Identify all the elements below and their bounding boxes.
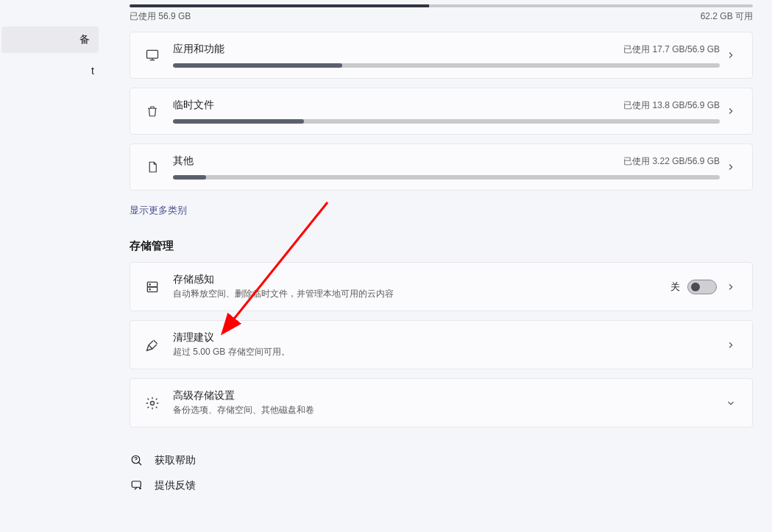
category-title: 其他: [173, 155, 194, 168]
chevron-right-icon: [720, 106, 742, 116]
category-usage: 已使用 13.8 GB/56.9 GB: [623, 99, 720, 112]
row-title: 存储感知: [173, 273, 670, 286]
row-subtitle: 超过 5.00 GB 存储空间可用。: [173, 346, 720, 358]
help-link[interactable]: 获取帮助: [130, 454, 753, 467]
row-title: 高级存储设置: [173, 389, 720, 402]
gear-icon: [142, 396, 163, 411]
broom-icon: [142, 338, 163, 352]
category-usage: 已使用 17.7 GB/56.9 GB: [623, 43, 720, 56]
category-title: 临时文件: [173, 99, 214, 112]
sidebar-item-label: t: [91, 65, 94, 77]
row-title: 清理建议: [173, 331, 720, 344]
svg-point-8: [140, 488, 141, 489]
chevron-right-icon: [720, 162, 742, 172]
row-subtitle: 自动释放空间、删除临时文件，并管理本地可用的云内容: [173, 288, 670, 300]
help-icon: [130, 454, 144, 467]
chevron-down-icon: [720, 398, 742, 408]
section-title-storage-mgmt: 存储管理: [130, 239, 753, 253]
overall-usage: 已使用 56.9 GB 62.2 GB 可用: [130, 4, 753, 23]
main-content: 已使用 56.9 GB 62.2 GB 可用 应用和功能 已使用 17.7 GB…: [103, 0, 772, 532]
chevron-right-icon: [720, 50, 742, 60]
svg-rect-1: [147, 282, 157, 287]
storage-sense-toggle-wrap: 关: [670, 280, 717, 294]
category-title: 应用和功能: [173, 43, 224, 56]
svg-point-4: [149, 288, 150, 289]
help-label: 获取帮助: [155, 454, 196, 467]
used-text: 已使用 56.9 GB: [130, 10, 191, 23]
sidebar: 备 t: [0, 0, 103, 532]
feedback-icon: [130, 479, 144, 492]
chevron-right-icon: [720, 282, 742, 292]
sidebar-item-1[interactable]: t: [0, 57, 103, 84]
apps-icon: [142, 48, 163, 63]
row-subtitle: 备份选项、存储空间、其他磁盘和卷: [173, 404, 720, 416]
category-other[interactable]: 其他 已使用 3.22 GB/56.9 GB: [130, 143, 753, 191]
advanced-row[interactable]: 高级存储设置 备份选项、存储空间、其他磁盘和卷: [130, 378, 753, 428]
trash-icon: [142, 104, 163, 118]
svg-point-3: [149, 284, 150, 285]
category-bar: [173, 175, 720, 180]
cleanup-row[interactable]: 清理建议 超过 5.00 GB 存储空间可用。: [130, 320, 753, 369]
storage-sense-row[interactable]: 存储感知 自动释放空间、删除临时文件，并管理本地可用的云内容 关: [130, 262, 753, 311]
category-bar: [173, 119, 720, 124]
chevron-right-icon: [720, 340, 742, 350]
sidebar-item-label: 备: [79, 33, 90, 46]
svg-rect-0: [147, 50, 158, 58]
free-text: 62.2 GB 可用: [701, 10, 753, 23]
category-usage: 已使用 3.22 GB/56.9 GB: [623, 155, 720, 168]
overall-progress: [130, 4, 753, 7]
document-icon: [142, 160, 163, 174]
storage-sense-toggle[interactable]: [687, 280, 717, 294]
svg-rect-7: [132, 481, 141, 487]
category-apps[interactable]: 应用和功能 已使用 17.7 GB/56.9 GB: [130, 32, 753, 79]
toggle-label: 关: [670, 280, 680, 294]
category-bar: [173, 63, 720, 68]
svg-rect-2: [147, 287, 157, 292]
category-temp[interactable]: 临时文件 已使用 13.8 GB/56.9 GB: [130, 88, 753, 135]
show-more-link[interactable]: 显示更多类别: [130, 204, 187, 217]
sidebar-item-0[interactable]: 备: [1, 26, 99, 53]
feedback-label: 提供反馈: [155, 479, 196, 492]
drive-icon: [142, 280, 163, 294]
svg-point-5: [151, 401, 155, 405]
feedback-link[interactable]: 提供反馈: [130, 479, 753, 492]
